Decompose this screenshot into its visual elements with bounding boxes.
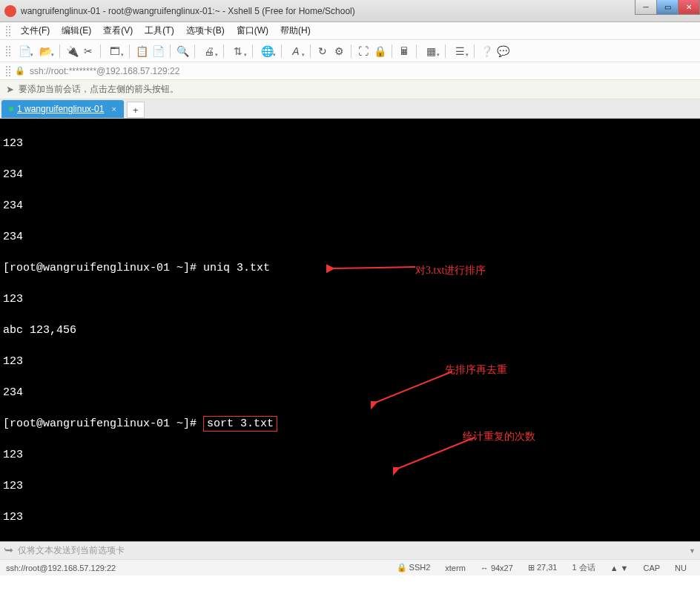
terminal-line: 123 <box>3 478 697 494</box>
search-icon[interactable]: 🔍 <box>175 44 190 59</box>
dropdown-icon[interactable]: ▼ <box>689 547 696 555</box>
status-ssh: SSH2 <box>409 563 431 572</box>
status-connection: ssh://root@192.168.57.129:22 <box>6 564 116 572</box>
separator <box>416 44 417 58</box>
close-button[interactable]: ✕ <box>678 0 700 15</box>
command-highlight: sort 3.txt <box>203 416 277 432</box>
hint-text: 要添加当前会话，点击左侧的箭头按钮。 <box>19 83 179 96</box>
toolbar-handle[interactable] <box>6 26 10 36</box>
tab-bar: 1 wangruifenglinux-01 × + <box>0 99 700 119</box>
terminal-output[interactable]: 123 234 234 234 [root@wangruifenglinux-0… <box>0 119 700 541</box>
menu-help[interactable]: 帮助(H) <box>274 23 317 39</box>
prompt: [root@wangruifenglinux-01 ~]# <box>3 262 197 274</box>
terminal-line: 234 <box>3 198 697 214</box>
status-size: 94x27 <box>491 564 513 572</box>
open-folder-icon[interactable]: 📂 <box>36 44 55 59</box>
separator <box>100 44 101 58</box>
menu-window[interactable]: 窗口(W) <box>231 23 274 39</box>
separator <box>223 44 224 58</box>
separator <box>392 44 392 58</box>
copy-icon[interactable]: 📋 <box>134 44 149 59</box>
separator <box>129 44 130 58</box>
view-icon[interactable]: ☰ <box>450 44 469 59</box>
bookmark-icon[interactable]: ➤ <box>6 84 14 95</box>
window-title: wangruifenglinux-01 - root@wangruifengli… <box>21 6 355 16</box>
tab-index: 1 <box>17 104 22 114</box>
toolbar-handle[interactable] <box>6 66 10 76</box>
tab-close-icon[interactable]: × <box>111 105 116 113</box>
fullscreen-icon[interactable]: ⛶ <box>356 44 371 59</box>
title-bar: wangruifenglinux-01 - root@wangruifengli… <box>0 0 700 22</box>
terminal-line: 234 <box>3 229 697 245</box>
tab-label: wangruifenglinux-01 <box>24 104 104 114</box>
address-text[interactable]: ssh://root:********@192.168.57.129:22 <box>30 66 179 76</box>
terminal-line: 123 <box>3 447 697 463</box>
window-controls: ─ ▭ ✕ <box>635 0 700 15</box>
menu-tools[interactable]: 工具(T) <box>139 23 179 39</box>
transfer-icon[interactable]: ⇅ <box>228 44 248 59</box>
annotation-label: 对3.txt进行排序 <box>415 263 486 278</box>
status-num: NU <box>675 564 687 572</box>
send-icon[interactable]: ⮩ <box>4 546 13 556</box>
toolbar: 📄 📂 🔌 ✂ 🗔 📋 📄 🔍 🖨 ⇅ 🌐 A ↻ ⚙ ⛶ 🔒 🖩 ▦ ☰ ❔ … <box>0 40 700 62</box>
address-bar: 🔒 ssh://root:********@192.168.57.129:22 <box>0 62 700 80</box>
terminal-line: 123 <box>3 136 697 151</box>
globe-icon[interactable]: 🌐 <box>257 44 277 59</box>
status-cap: CAP <box>643 564 660 572</box>
input-bar[interactable]: ⮩ 仅将文本发送到当前选项卡 ▼ <box>0 541 700 559</box>
menu-tabs[interactable]: 选项卡(B) <box>180 23 231 39</box>
separator <box>351 44 351 58</box>
status-bar: ssh://root@192.168.57.129:22 🔒 SSH2 xter… <box>0 559 700 575</box>
app-icon <box>4 5 16 17</box>
separator <box>59 44 60 58</box>
font-icon[interactable]: A <box>286 44 306 59</box>
separator <box>310 44 311 58</box>
session-tab[interactable]: 1 wangruifenglinux-01 × <box>1 100 124 118</box>
annotation-label: 统计重复的次数 <box>463 429 535 444</box>
pos-icon: ⊞ <box>528 563 537 572</box>
up-icon: ▲ <box>610 564 621 572</box>
disconnect-icon[interactable]: ✂ <box>81 44 96 59</box>
terminal-line: 123 <box>3 509 697 525</box>
help-icon[interactable]: ❔ <box>479 44 494 59</box>
terminal-prompt-line: [root@wangruifenglinux-01 ~]# uniq 3.txt <box>3 260 697 276</box>
reconnect-icon[interactable]: 🔌 <box>65 44 79 59</box>
status-pos: 27,31 <box>537 563 558 572</box>
separator <box>445 44 446 58</box>
calc-icon[interactable]: 🖩 <box>397 44 412 59</box>
terminal-line: 234 <box>3 385 697 400</box>
command: uniq 3.txt <box>203 262 270 274</box>
tools-icon[interactable]: ⚙ <box>331 44 346 59</box>
print-icon[interactable]: 🖨 <box>199 44 219 59</box>
hint-bar: ➤ 要添加当前会话，点击左侧的箭头按钮。 <box>0 80 700 99</box>
paste-icon[interactable]: 📄 <box>151 44 165 59</box>
separator <box>281 44 282 58</box>
annotation-label: 先排序再去重 <box>445 362 507 377</box>
minimize-button[interactable]: ─ <box>635 0 657 15</box>
menu-bar: 文件(F) 编辑(E) 查看(V) 工具(T) 选项卡(B) 窗口(W) 帮助(… <box>0 22 700 40</box>
terminal-line: 123 <box>3 291 697 307</box>
lock-icon[interactable]: 🔒 <box>372 44 387 59</box>
toolbar-handle[interactable] <box>6 46 10 56</box>
separator <box>252 44 253 58</box>
terminal-line: abc 123,456 <box>3 323 697 338</box>
feedback-icon[interactable]: 💬 <box>495 44 510 59</box>
down-icon: ▼ <box>621 564 629 572</box>
properties-icon[interactable]: 🗔 <box>105 44 125 59</box>
status-dot-icon <box>9 107 13 111</box>
separator <box>474 44 475 58</box>
terminal-prompt-line: [root@wangruifenglinux-01 ~]# sort 3.txt <box>3 416 697 432</box>
lock-icon: 🔒 <box>15 66 25 76</box>
menu-edit[interactable]: 编辑(E) <box>56 23 97 39</box>
refresh-icon[interactable]: ↻ <box>315 44 330 59</box>
input-placeholder: 仅将文本发送到当前选项卡 <box>18 544 125 557</box>
terminal-line: 123 <box>3 541 697 541</box>
size-icon: ↔ <box>481 564 491 572</box>
status-term: xterm <box>445 564 466 572</box>
menu-view[interactable]: 查看(V) <box>97 23 139 39</box>
tab-add-button[interactable]: + <box>127 102 145 118</box>
maximize-button[interactable]: ▭ <box>656 0 678 15</box>
layout-icon[interactable]: ▦ <box>421 44 440 59</box>
new-session-icon[interactable]: 📄 <box>15 44 34 59</box>
menu-file[interactable]: 文件(F) <box>15 23 56 39</box>
